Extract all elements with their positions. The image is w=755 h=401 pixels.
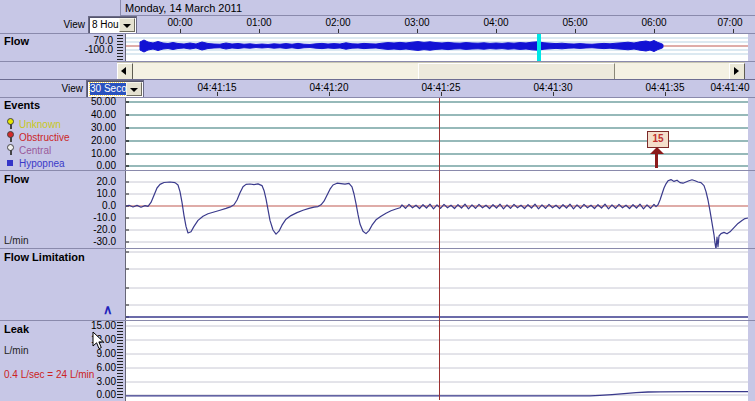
legend-item-label: Hypopnea	[19, 158, 65, 169]
overview-time-label: 06:00	[631, 18, 677, 28]
detail-time-tick	[441, 92, 442, 96]
flow-limitation-plot-svg	[125, 249, 748, 320]
events-y-tick-label: 50.00	[0, 97, 116, 107]
overview-zoom-dropdown[interactable]: 8 Hours	[88, 16, 137, 34]
detail-time-tick	[553, 92, 554, 96]
y-min-label: -100.0	[0, 45, 113, 55]
flow-limitation-panel-label: Flow Limitation	[4, 251, 85, 263]
overview-time-label: 01:00	[236, 18, 282, 28]
apnea-event-marker[interactable]: 15	[647, 131, 669, 148]
flow-limitation-shape-icon: ∧	[103, 302, 113, 317]
mouse-pointer-icon	[92, 331, 105, 350]
chevron-down-icon	[123, 24, 131, 28]
overview-position-cursor[interactable]	[537, 34, 541, 61]
flow-y-tick-label: -20.0	[0, 225, 116, 235]
leak-y-tick-label: 0.00	[0, 390, 116, 400]
legend-item-hypopnea: Hypopnea	[6, 157, 65, 169]
apnea-event-marker-stem	[655, 153, 658, 168]
obstructive-pin-icon	[6, 131, 15, 143]
overview-zoom-dropdown-button[interactable]	[119, 18, 135, 32]
legend-item-central: Central	[6, 144, 51, 156]
unknown-pin-icon	[6, 118, 15, 130]
leak-y-tick-label: 3.00	[0, 377, 116, 387]
detail-time-label: 04:41:40	[707, 83, 753, 93]
overview-time-tick	[654, 29, 655, 33]
overview-time-tick	[259, 29, 260, 33]
detail-time-tick	[665, 92, 666, 96]
overview-flow-plot-svg	[125, 34, 748, 61]
overview-scrollbar[interactable]	[117, 62, 745, 79]
detail-time-tick	[217, 92, 218, 96]
leak-plot[interactable]	[125, 321, 748, 401]
date-title: Monday, 14 March 2011	[125, 2, 242, 14]
overview-time-tick	[180, 29, 181, 33]
flow-y-tick-label: 0.0	[0, 201, 116, 211]
overview-time-label: 00:00	[157, 18, 203, 28]
overview-time-label: 04:00	[473, 18, 519, 28]
legend-item-label: Obstructive	[19, 132, 70, 143]
legend-item-unknown: Unknown	[6, 118, 61, 130]
leak-y-tick-label: 15.00	[0, 321, 116, 331]
signal-trace	[125, 180, 748, 248]
scroll-right-button[interactable]	[729, 63, 745, 80]
overview-time-tick	[417, 29, 418, 33]
view-label-overview: View	[41, 19, 85, 30]
detail-zoom-value: 30 Seconds	[90, 83, 126, 95]
leak-plot-svg	[125, 321, 748, 401]
divider	[120, 0, 121, 16]
overview-time-label: 02:00	[315, 18, 361, 28]
overview-axis-ruler-icon	[117, 35, 123, 60]
divider	[120, 15, 755, 16]
leak-y-tick-label: 9.00	[0, 349, 116, 359]
overview-time-tick	[575, 29, 576, 33]
scroll-left-button[interactable]	[117, 63, 133, 80]
flow-limitation-plot[interactable]	[125, 249, 748, 320]
leak-y-tick-label: 6.00	[0, 363, 116, 373]
leak-axis-ruler-icon	[117, 322, 123, 399]
flow-plot-svg	[125, 171, 748, 248]
detail-time-tick	[329, 92, 330, 96]
flow-y-tick-label: -10.0	[0, 213, 116, 223]
legend-item-obstructive: Obstructive	[6, 131, 70, 143]
overview-flow-plot[interactable]	[125, 34, 748, 61]
time-cursor-line[interactable]	[439, 98, 440, 400]
overview-time-tick	[733, 29, 734, 33]
overview-time-tick	[338, 29, 339, 33]
chevron-down-icon	[130, 88, 138, 92]
scrollbar-thumb[interactable]	[418, 63, 615, 80]
app-window: Monday, 14 March 2011 View 8 Hours Flow …	[0, 0, 755, 401]
flow-plot[interactable]	[125, 171, 748, 248]
flow-y-tick-label: 20.0	[0, 177, 116, 187]
view-label-detail: View	[39, 83, 83, 94]
arrow-left-icon	[121, 67, 126, 75]
overview-time-label: 05:00	[552, 18, 598, 28]
overview-time-tick	[496, 29, 497, 33]
flow-y-tick-label: 10.0	[0, 189, 116, 199]
overview-zoom-value: 8 Hours	[92, 19, 119, 31]
detail-zoom-dropdown-button[interactable]	[126, 82, 142, 96]
overview-time-label: 03:00	[394, 18, 440, 28]
overview-time-label: 07:00	[707, 18, 753, 28]
legend-item-label: Unknown	[19, 119, 61, 130]
legend-item-label: Central	[19, 145, 51, 156]
central-pin-icon	[6, 144, 15, 156]
arrow-right-icon	[734, 67, 739, 75]
flow-y-tick-label: -30.0	[0, 237, 116, 247]
hypopnea-square-icon	[6, 157, 15, 169]
